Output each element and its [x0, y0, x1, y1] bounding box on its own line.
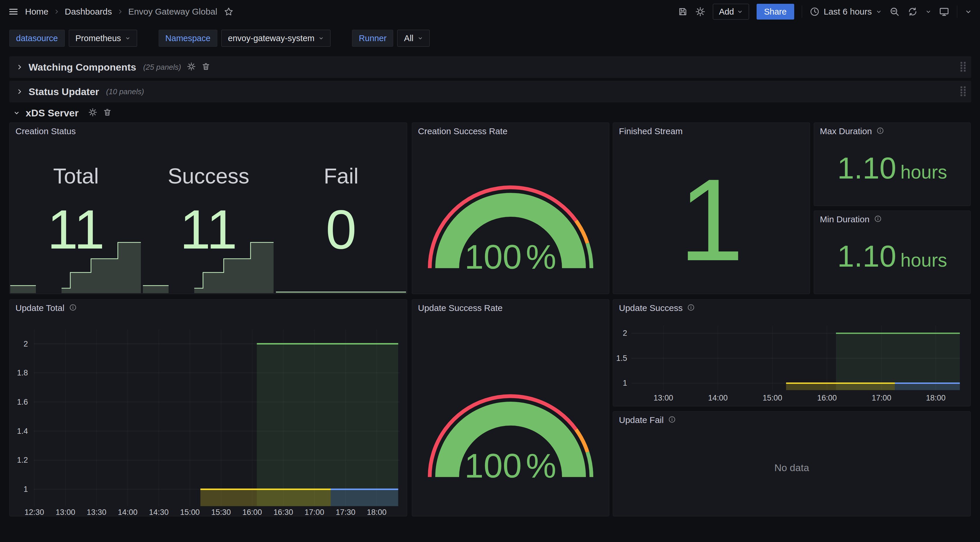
time-range-label: Last 6 hours — [824, 7, 872, 17]
runner-variable-dropdown[interactable]: All — [397, 30, 430, 47]
panel-creation-success-rate: Creation Success Rate 100% — [412, 123, 609, 294]
info-icon[interactable] — [877, 127, 884, 136]
chevron-right-icon — [117, 9, 123, 14]
row-settings-gear-icon[interactable] — [187, 62, 196, 72]
datasource-variable-value: Prometheus — [76, 33, 121, 43]
time-range-picker[interactable]: Last 6 hours — [810, 7, 882, 17]
chevron-right-icon — [16, 64, 23, 70]
panel-title-button[interactable]: Update Success Rate — [418, 303, 503, 313]
hamburger-menu-icon[interactable] — [8, 6, 19, 17]
share-button[interactable]: Share — [757, 4, 794, 19]
stat-total: Total 11 — [10, 123, 142, 294]
chevron-down-icon — [13, 110, 20, 116]
chevron-right-icon — [54, 9, 59, 14]
panel-title: Update Success Rate — [418, 303, 503, 313]
row-drag-handle[interactable] — [959, 85, 967, 98]
info-icon[interactable] — [874, 215, 882, 224]
time-series-chart[interactable]: 2 1.8 1.6 1.4 1.2 1 12:30 13:00 13:30 14… — [10, 300, 407, 516]
panel-title-button[interactable]: Min Duration — [820, 214, 882, 224]
panel-title: Finished Stream — [619, 126, 682, 136]
row-settings-gear-icon[interactable] — [88, 108, 97, 118]
breadcrumb-dashboards[interactable]: Dashboards — [65, 7, 112, 17]
chevron-down-icon — [318, 36, 324, 41]
x-tick-label: 15:00 — [180, 508, 199, 516]
kiosk-monitor-icon[interactable] — [939, 6, 950, 17]
x-tick-label: 13:00 — [56, 508, 75, 516]
stat-value: 1.10 hours — [814, 239, 970, 274]
dashboard-variables-row: datasource Prometheus Namespace envoy-ga… — [10, 30, 430, 47]
y-tick-label: 2 — [623, 329, 627, 338]
info-icon[interactable] — [687, 304, 695, 312]
y-tick-label: 2 — [24, 340, 28, 348]
gauge-unit: % — [526, 446, 557, 485]
y-tick-label: 1 — [623, 379, 627, 387]
star-icon[interactable] — [224, 7, 234, 17]
row-delete-trash-icon[interactable] — [103, 108, 112, 118]
row-delete-trash-icon[interactable] — [202, 62, 210, 72]
row-xds-server[interactable]: xDS Server — [10, 105, 116, 120]
x-tick-label: 17:00 — [304, 508, 324, 516]
row-watching-components[interactable]: Watching Components (25 panels) — [10, 56, 971, 78]
x-tick-label: 17:30 — [336, 508, 355, 516]
panel-update-fail: Update Fail No data — [613, 411, 970, 516]
panel-title-button[interactable]: Update Total — [16, 303, 77, 313]
add-button-label: Add — [719, 7, 734, 17]
runner-variable-value: All — [404, 33, 413, 43]
add-button[interactable]: Add — [713, 4, 749, 19]
namespace-variable-dropdown[interactable]: envoy-gateway-system — [221, 30, 331, 47]
y-tick-label: 1.5 — [616, 354, 627, 363]
x-tick-label: 17:00 — [872, 394, 891, 402]
x-tick-label: 14:00 — [708, 394, 728, 402]
time-series-chart[interactable]: 2 1.5 1 13:00 14:00 15:00 16:00 17:00 18… — [613, 300, 970, 406]
y-tick-label: 1.2 — [17, 456, 28, 464]
chevron-down-icon — [876, 9, 882, 14]
collapse-topbar-chevron-icon[interactable] — [965, 8, 972, 15]
stat-value: 1 — [613, 158, 810, 282]
panel-creation-status: Creation Status Total 11 Success 11 Fail… — [10, 123, 407, 294]
x-tick-label: 16:00 — [242, 508, 262, 516]
svg-text:100%: 100% — [465, 238, 557, 276]
breadcrumb-home[interactable]: Home — [25, 7, 48, 17]
zoom-out-time-icon[interactable] — [889, 6, 900, 17]
save-dashboard-icon[interactable] — [678, 7, 688, 17]
stat-value: 1.10 hours — [814, 151, 970, 185]
svg-text:100%: 100% — [465, 446, 557, 485]
sparkline-success — [142, 242, 275, 293]
chevron-down-icon — [418, 36, 423, 41]
dashboard-settings-gear-icon[interactable] — [695, 7, 705, 17]
panel-title-button[interactable]: Creation Success Rate — [418, 126, 508, 136]
stat-success: Success 11 — [142, 123, 275, 294]
x-tick-label: 16:30 — [274, 508, 293, 516]
stat-fail: Fail 0 — [275, 123, 407, 294]
row-panel-count: (25 panels) — [143, 63, 181, 72]
panel-update-total: Update Total 2 1.8 1.6 1.4 1.2 1 — [10, 299, 407, 516]
refresh-interval-chevron-icon[interactable] — [926, 9, 931, 14]
y-tick-label: 1 — [24, 485, 28, 494]
chevron-down-icon — [737, 9, 743, 14]
datasource-variable-dropdown[interactable]: Prometheus — [69, 30, 137, 47]
info-icon[interactable] — [668, 416, 676, 424]
panel-title: Update Total — [16, 303, 64, 313]
row-panel-count: (10 panels) — [106, 87, 144, 96]
duration-number: 1.10 — [837, 239, 896, 274]
y-tick-label: 1.8 — [17, 368, 28, 377]
x-tick-label: 14:00 — [118, 508, 137, 516]
sparkline-total — [10, 242, 142, 293]
x-tick-label: 15:00 — [763, 394, 782, 402]
top-nav-bar: Home Dashboards Envoy Gateway Global Add — [0, 0, 980, 23]
panel-title-button[interactable]: Update Fail — [619, 415, 676, 425]
x-tick-label: 15:30 — [211, 508, 231, 516]
panel-title: Creation Success Rate — [418, 126, 508, 136]
panel-title-button[interactable]: Max Duration — [820, 126, 884, 136]
info-icon[interactable] — [69, 304, 77, 312]
duration-number: 1.10 — [837, 151, 896, 185]
refresh-icon[interactable] — [907, 6, 918, 17]
stat-label: Total — [10, 164, 142, 188]
panel-title-button[interactable]: Finished Stream — [619, 126, 682, 136]
panel-title-button[interactable]: Update Success — [619, 303, 695, 313]
row-status-updater[interactable]: Status Updater (10 panels) — [10, 81, 971, 102]
panel-update-success-rate: Update Success Rate 100% — [412, 299, 609, 516]
row-drag-handle[interactable] — [959, 61, 967, 74]
namespace-variable-value: envoy-gateway-system — [228, 33, 315, 43]
x-tick-label: 12:30 — [24, 508, 44, 516]
